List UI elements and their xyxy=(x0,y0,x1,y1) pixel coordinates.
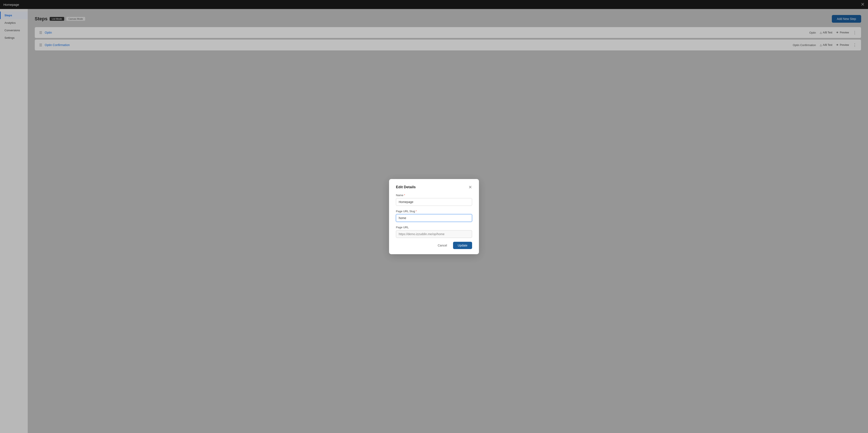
modal-title: Edit Details xyxy=(396,185,416,189)
page-url-label: Page URL xyxy=(396,226,472,229)
page-url-slug-label: Page URL Slug * xyxy=(396,210,472,213)
name-field-group: Name * xyxy=(396,194,472,206)
page-url-input xyxy=(396,230,472,238)
modal-header: Edit Details ✕ xyxy=(396,185,472,189)
name-label: Name * xyxy=(396,194,472,197)
cancel-button[interactable]: Cancel xyxy=(434,242,451,249)
modal-overlay: Edit Details ✕ Name * Page URL Slug * Pa… xyxy=(0,0,868,433)
page-url-field-group: Page URL xyxy=(396,226,472,238)
edit-details-modal: Edit Details ✕ Name * Page URL Slug * Pa… xyxy=(389,179,479,254)
page-url-slug-field-group: Page URL Slug * xyxy=(396,210,472,222)
page-url-slug-input[interactable] xyxy=(396,214,472,222)
update-button[interactable]: Update xyxy=(453,242,472,249)
slug-required-star: * xyxy=(415,210,417,213)
name-input[interactable] xyxy=(396,198,472,206)
modal-close-button[interactable]: ✕ xyxy=(468,185,472,189)
name-required-star: * xyxy=(404,194,405,197)
modal-footer: Cancel Update xyxy=(396,242,472,249)
